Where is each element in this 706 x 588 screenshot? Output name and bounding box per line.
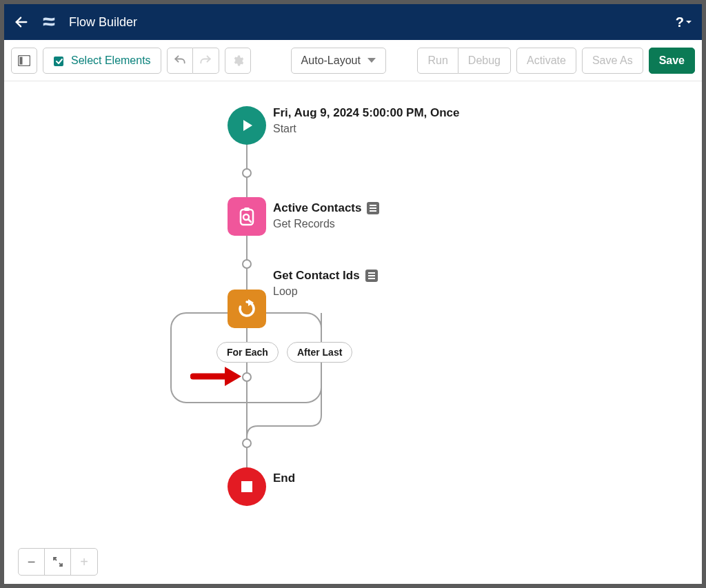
start-title: Fri, Aug 9, 2024 5:00:00 PM, Once [273,106,460,120]
history-group [167,48,219,74]
stop-icon [239,479,254,494]
end-label: End [273,472,295,485]
add-node-dot[interactable] [242,438,252,448]
debug-button[interactable]: Debug [458,48,511,74]
add-node-dot[interactable] [242,168,252,178]
start-subtitle: Start [273,123,460,135]
svg-rect-8 [244,207,250,211]
save-as-button[interactable]: Save As [582,48,643,74]
back-icon[interactable] [14,14,29,30]
zoom-in-button[interactable]: + [71,549,97,575]
annotation-arrow [190,364,243,392]
start-node-label: Fri, Aug 9, 2024 5:00:00 PM, Once Start [273,106,460,135]
zoom-fit-button[interactable] [45,549,71,575]
layout-mode-dropdown[interactable]: Auto-Layout [291,48,386,74]
chevron-down-icon [367,58,376,63]
get-records-node[interactable] [228,197,266,236]
loop-title: Get Contact Ids [273,269,360,283]
fit-icon [52,556,63,567]
svg-rect-12 [241,481,252,492]
toggle-panel-button[interactable] [11,48,37,74]
svg-rect-2 [20,57,23,64]
records-subtitle: Get Records [273,218,379,230]
select-elements-label: Select Elements [71,54,151,67]
list-icon [365,270,378,282]
play-icon [239,117,255,134]
help-menu[interactable]: ? [676,14,692,30]
svg-rect-3 [54,57,63,66]
zoom-out-button[interactable]: − [19,549,45,575]
flow-builder-icon [41,14,57,30]
add-node-dot[interactable] [242,372,252,382]
loop-label: Get Contact Ids Loop [273,269,378,298]
undo-icon [173,54,187,68]
layout-mode-label: Auto-Layout [301,54,361,67]
settings-button[interactable] [225,48,251,74]
loop-subtitle: Loop [273,285,378,298]
redo-icon [199,54,212,68]
app-title: Flow Builder [69,15,137,30]
flow-canvas[interactable]: Fri, Aug 9, 2024 5:00:00 PM, Once Start … [4,81,702,584]
after-last-branch[interactable]: After Last [287,342,352,363]
select-elements-button[interactable]: Select Elements [43,48,161,74]
run-button[interactable]: Run [417,48,458,74]
for-each-branch[interactable]: For Each [216,342,279,363]
run-group: Run Debug [417,48,511,74]
records-title: Active Contacts [273,201,361,215]
chevron-down-icon [685,19,692,26]
save-button[interactable]: Save [649,48,695,74]
svg-line-10 [248,219,251,222]
clipboard-search-icon [236,206,257,227]
loop-node[interactable] [228,290,266,328]
loop-icon [236,298,258,320]
add-node-dot[interactable] [242,259,252,269]
panel-icon [18,55,30,66]
zoom-control: − + [18,548,98,576]
undo-button[interactable] [167,48,193,74]
header-bar: Flow Builder ? [4,4,702,40]
end-node[interactable] [228,467,266,506]
gear-icon [232,54,244,67]
get-records-label: Active Contacts Get Records [273,201,379,230]
connectors [4,81,702,584]
app-frame: Flow Builder ? Select Elements Auto [4,4,702,584]
start-node[interactable] [228,106,266,145]
redo-button[interactable] [193,48,219,74]
select-icon [53,54,65,67]
help-icon: ? [676,14,684,30]
toolbar: Select Elements Auto-Layout Run Debug Ac… [4,40,702,81]
activate-button[interactable]: Activate [516,48,576,74]
list-icon [367,202,379,214]
end-title: End [273,472,295,485]
